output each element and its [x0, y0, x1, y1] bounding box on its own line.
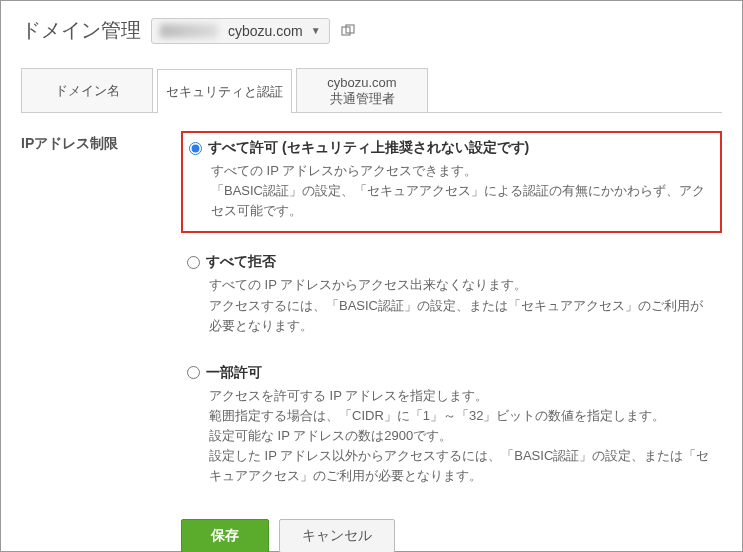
- option-deny-all: すべて拒否 すべての IP アドレスからアクセス出来なくなります。 アクセスする…: [181, 247, 722, 343]
- option-deny-all-head[interactable]: すべて拒否: [187, 253, 714, 271]
- tabs: ドメイン名 セキュリティと認証 cybozu.com 共通管理者: [21, 68, 722, 113]
- option-allow-all-desc: すべての IP アドレスからアクセスできます。 「BASIC認証」の設定、「セキ…: [211, 161, 710, 221]
- section-label: IPアドレス制限: [21, 131, 181, 153]
- save-button[interactable]: 保存: [181, 519, 269, 552]
- option-partial-desc: アクセスを許可する IP アドレスを指定します。 範囲指定する場合は、「CIDR…: [209, 386, 714, 487]
- tab-label: ドメイン名: [30, 83, 144, 99]
- desc-line: 設定した IP アドレス以外からアクセスするには、「BASIC認証」の設定、また…: [209, 446, 714, 486]
- option-allow-all-head[interactable]: すべて許可 (セキュリティ上推奨されない設定です): [189, 139, 710, 157]
- radio-allow-all[interactable]: [189, 142, 202, 155]
- ip-restriction-options: すべて許可 (セキュリティ上推奨されない設定です) すべての IP アドレスから…: [181, 131, 722, 509]
- option-partial: 一部許可 アクセスを許可する IP アドレスを指定します。 範囲指定する場合は、…: [181, 358, 722, 495]
- page-container: ドメイン管理 cybozu.com ▼ ドメイン名 セキュリティと認証 cybo…: [0, 0, 743, 552]
- desc-line: アクセスを許可する IP アドレスを指定します。: [209, 386, 714, 406]
- button-row: 保存 キャンセル: [181, 519, 722, 552]
- tab-label-line2: 共通管理者: [305, 91, 419, 107]
- tab-common-admin[interactable]: cybozu.com 共通管理者: [296, 68, 428, 112]
- option-partial-head[interactable]: 一部許可: [187, 364, 714, 382]
- radio-deny-all[interactable]: [187, 256, 200, 269]
- option-label: すべて拒否: [206, 253, 276, 271]
- domain-suffix: cybozu.com: [228, 23, 303, 39]
- desc-line: すべての IP アドレスからアクセス出来なくなります。: [209, 275, 714, 295]
- header: ドメイン管理 cybozu.com ▼: [21, 17, 722, 44]
- option-label: 一部許可: [206, 364, 262, 382]
- domain-masked-prefix: [160, 24, 218, 38]
- content: IPアドレス制限 すべて許可 (セキュリティ上推奨されない設定です) すべての …: [21, 131, 722, 509]
- page-title: ドメイン管理: [21, 17, 141, 44]
- domain-dropdown[interactable]: cybozu.com ▼: [151, 18, 330, 44]
- tab-label: セキュリティと認証: [166, 84, 283, 100]
- option-allow-all: すべて許可 (セキュリティ上推奨されない設定です) すべての IP アドレスから…: [181, 131, 722, 233]
- popup-window-icon[interactable]: [340, 23, 356, 39]
- desc-line: アクセスするには、「BASIC認証」の設定、または「セキュアアクセス」のご利用が…: [209, 296, 714, 336]
- option-label: すべて許可 (セキュリティ上推奨されない設定です): [208, 139, 529, 157]
- tab-label-line1: cybozu.com: [305, 75, 419, 91]
- desc-line: 「BASIC認証」の設定、「セキュアアクセス」による認証の有無にかかわらず、アク…: [211, 181, 710, 221]
- desc-line: すべての IP アドレスからアクセスできます。: [211, 161, 710, 181]
- cancel-button[interactable]: キャンセル: [279, 519, 395, 552]
- chevron-down-icon: ▼: [311, 25, 321, 36]
- option-deny-all-desc: すべての IP アドレスからアクセス出来なくなります。 アクセスするには、「BA…: [209, 275, 714, 335]
- desc-line: 設定可能な IP アドレスの数は2900です。: [209, 426, 714, 446]
- tab-security-auth[interactable]: セキュリティと認証: [157, 69, 292, 113]
- desc-line: 範囲指定する場合は、「CIDR」に「1」～「32」ビットの数値を指定します。: [209, 406, 714, 426]
- tab-domain-name[interactable]: ドメイン名: [21, 68, 153, 112]
- radio-partial[interactable]: [187, 366, 200, 379]
